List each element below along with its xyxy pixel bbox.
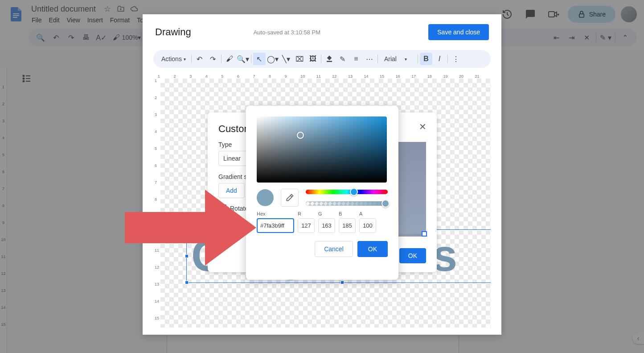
- hue-handle[interactable]: [350, 188, 358, 196]
- zoom-icon[interactable]: 🔍▾: [237, 53, 249, 65]
- shape-tool-icon[interactable]: ◯▾: [267, 53, 279, 65]
- autosave-status: Auto-saved at 3:10:58 PM: [198, 29, 422, 36]
- alpha-handle[interactable]: [381, 199, 390, 208]
- color-swatch: [257, 189, 274, 206]
- a-input[interactable]: [359, 218, 376, 233]
- hex-input[interactable]: [257, 218, 294, 233]
- select-tool-icon[interactable]: ↖: [253, 53, 266, 65]
- border-weight-icon[interactable]: ≡: [350, 53, 362, 65]
- drawing-toolbar: Actions▾ ↶ ↷ 🖌 🔍▾ ↖ ◯▾ ╲▾ ⌧ 🖼 ✎ ≡ ⋯ Aria…: [153, 50, 491, 68]
- bold-icon[interactable]: B: [420, 53, 432, 65]
- textbox-tool-icon[interactable]: ⌧: [293, 53, 306, 65]
- r-input[interactable]: [298, 218, 315, 233]
- color-picker-dialog: Hex R G B A Cancel OK: [246, 106, 398, 280]
- custom-ok-button[interactable]: OK: [399, 248, 426, 263]
- undo-icon[interactable]: ↶: [193, 53, 206, 65]
- picker-ok-button[interactable]: OK: [357, 241, 388, 257]
- close-icon[interactable]: ✕: [417, 121, 428, 132]
- save-and-close-button[interactable]: Save and close: [428, 24, 489, 40]
- r-label: R: [298, 211, 315, 216]
- hex-label: Hex: [257, 211, 294, 216]
- redo-icon[interactable]: ↷: [207, 53, 219, 65]
- line-tool-icon[interactable]: ╲▾: [280, 53, 292, 65]
- border-color-icon[interactable]: ✎: [336, 53, 349, 65]
- g-label: G: [318, 211, 335, 216]
- sv-handle[interactable]: [297, 132, 304, 139]
- b-label: B: [339, 211, 356, 216]
- actions-menu[interactable]: Actions▾: [158, 55, 189, 62]
- hue-slider[interactable]: [306, 190, 388, 194]
- picker-cancel-button[interactable]: Cancel: [315, 241, 353, 257]
- b-input[interactable]: [339, 218, 356, 233]
- annotation-arrow-icon: [120, 187, 258, 270]
- eyedropper-icon[interactable]: [281, 189, 299, 207]
- border-dash-icon[interactable]: ⋯: [363, 53, 376, 65]
- paint-format-icon[interactable]: 🖌: [223, 53, 236, 65]
- saturation-value-picker[interactable]: [257, 116, 387, 183]
- svg-rect-11: [327, 61, 332, 62]
- resize-handle[interactable]: [340, 281, 344, 284]
- image-tool-icon[interactable]: 🖼: [307, 53, 319, 65]
- font-select[interactable]: Arial▾: [380, 55, 416, 62]
- a-label: A: [359, 211, 376, 216]
- drawing-horizontal-ruler: 123456789101112131415161718192021: [153, 71, 491, 79]
- more-icon[interactable]: ⋮: [450, 53, 462, 65]
- g-input[interactable]: [318, 218, 335, 233]
- resize-handle[interactable]: [185, 281, 189, 284]
- gradient-stop[interactable]: [422, 231, 427, 237]
- fill-color-icon[interactable]: [323, 53, 336, 65]
- drawing-title: Drawing: [155, 26, 191, 38]
- alpha-slider[interactable]: [306, 201, 388, 206]
- italic-icon[interactable]: I: [433, 53, 446, 65]
